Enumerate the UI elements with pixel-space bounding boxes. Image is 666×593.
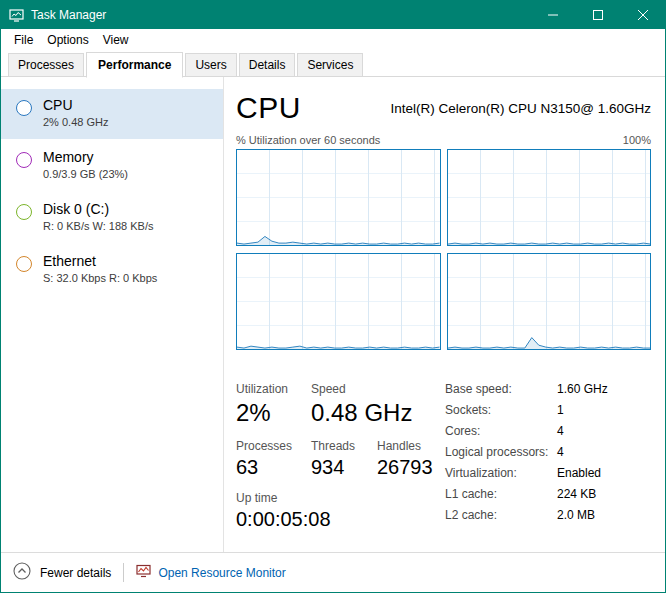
window-controls: [530, 1, 665, 29]
spec-row-virtualization: Virtualization: Enabled: [445, 466, 608, 481]
graph-max-label: 100%: [623, 134, 651, 146]
processes-label: Processes: [236, 427, 311, 453]
maximize-button[interactable]: [575, 1, 620, 29]
spec-row-sockets: Sockets: 1: [445, 403, 608, 418]
sidebar-item-disk[interactable]: Disk 0 (C:) R: 0 KB/s W: 188 KB/s: [1, 193, 223, 243]
cpu-mini-graph-icon: [16, 100, 32, 116]
sidebar-item-detail: 0.9/3.9 GB (23%): [43, 168, 128, 180]
cpu-specs: Base speed: 1.60 GHz Sockets: 1 Cores: 4…: [445, 370, 608, 531]
cpu-core-graph-4[interactable]: [447, 253, 652, 350]
task-manager-window: Task Manager File Options View Processes…: [0, 0, 666, 593]
sidebar-item-ethernet[interactable]: Ethernet S: 32.0 Kbps R: 0 Kbps: [1, 245, 223, 295]
menu-file[interactable]: File: [7, 31, 40, 49]
resource-monitor-icon: [136, 564, 151, 581]
processes-value: 63: [236, 453, 311, 479]
spec-row-l1-cache: L1 cache: 224 KB: [445, 487, 608, 502]
cpu-core-graphs: [236, 149, 651, 350]
sidebar-item-name: Ethernet: [43, 253, 157, 269]
speed-label: Speed: [311, 370, 445, 396]
window-title: Task Manager: [31, 8, 530, 22]
cpu-main-pane: CPU Intel(R) Celeron(R) CPU N3150@ 1.60G…: [224, 77, 665, 552]
open-resource-monitor-label: Open Resource Monitor: [158, 566, 285, 580]
threads-value: 934: [311, 453, 377, 479]
performance-content: CPU 2% 0.48 GHz Memory 0.9/3.9 GB (23%) …: [1, 77, 665, 552]
uptime-value: 0:00:05:08: [236, 505, 445, 531]
memory-mini-graph-icon: [16, 152, 32, 168]
handles-label: Handles: [377, 427, 445, 453]
tab-strip: Processes Performance Users Details Serv…: [1, 51, 665, 77]
utilization-value: 2%: [236, 396, 311, 427]
handles-value: 26793: [377, 453, 445, 479]
spec-row-cores: Cores: 4: [445, 424, 608, 439]
ethernet-mini-graph-icon: [16, 256, 32, 272]
tab-processes[interactable]: Processes: [8, 53, 84, 77]
graph-caption: % Utilization over 60 seconds: [236, 134, 380, 146]
cpu-model-name: Intel(R) Celeron(R) CPU N3150@ 1.60GHz: [390, 101, 651, 116]
spec-row-logical-processors: Logical processors: 4: [445, 445, 608, 460]
spec-row-base-speed: Base speed: 1.60 GHz: [445, 382, 608, 397]
menubar: File Options View: [1, 29, 665, 51]
titlebar[interactable]: Task Manager: [1, 1, 665, 29]
chevron-up-circle-icon: [13, 562, 31, 583]
sidebar-item-detail: S: 32.0 Kbps R: 0 Kbps: [43, 272, 157, 284]
open-resource-monitor-link[interactable]: Open Resource Monitor: [136, 564, 285, 581]
cpu-core-graph-2[interactable]: [447, 149, 652, 246]
fewer-details-label: Fewer details: [40, 566, 111, 580]
cpu-stats: Utilization Speed 2% 0.48 GHz Processes …: [236, 370, 651, 531]
sidebar-item-name: CPU: [43, 97, 108, 113]
footer-bar: Fewer details Open Resource Monitor: [1, 552, 665, 592]
sidebar-item-name: Disk 0 (C:): [43, 201, 153, 217]
tab-users[interactable]: Users: [185, 53, 236, 77]
sidebar-item-name: Memory: [43, 149, 128, 165]
sidebar-item-detail: R: 0 KB/s W: 188 KB/s: [43, 220, 153, 232]
tab-performance[interactable]: Performance: [86, 52, 183, 78]
cpu-core-graph-3[interactable]: [236, 253, 441, 350]
close-button[interactable]: [620, 1, 665, 29]
utilization-label: Utilization: [236, 370, 311, 396]
threads-label: Threads: [311, 427, 377, 453]
sidebar-item-memory[interactable]: Memory 0.9/3.9 GB (23%): [1, 141, 223, 191]
cpu-stats-dynamic: Utilization Speed 2% 0.48 GHz Processes …: [236, 370, 445, 531]
performance-sidebar: CPU 2% 0.48 GHz Memory 0.9/3.9 GB (23%) …: [1, 77, 223, 552]
sidebar-item-detail: 2% 0.48 GHz: [43, 116, 108, 128]
menu-view[interactable]: View: [96, 31, 136, 49]
cpu-core-graph-1[interactable]: [236, 149, 441, 246]
disk-mini-graph-icon: [16, 204, 32, 220]
graph-caption-row: % Utilization over 60 seconds 100%: [236, 134, 651, 146]
uptime-label: Up time: [236, 479, 445, 505]
cpu-header: CPU Intel(R) Celeron(R) CPU N3150@ 1.60G…: [236, 91, 651, 125]
menu-options[interactable]: Options: [40, 31, 95, 49]
tab-services[interactable]: Services: [297, 53, 363, 77]
speed-value: 0.48 GHz: [311, 396, 445, 427]
spec-row-l2-cache: L2 cache: 2.0 MB: [445, 508, 608, 523]
sidebar-item-cpu[interactable]: CPU 2% 0.48 GHz: [1, 89, 223, 139]
cpu-title: CPU: [236, 91, 301, 125]
task-manager-app-icon: [9, 9, 24, 22]
tab-details[interactable]: Details: [239, 53, 296, 77]
footer-divider: [123, 563, 124, 582]
minimize-button[interactable]: [530, 1, 575, 29]
fewer-details-button[interactable]: Fewer details: [13, 562, 111, 583]
